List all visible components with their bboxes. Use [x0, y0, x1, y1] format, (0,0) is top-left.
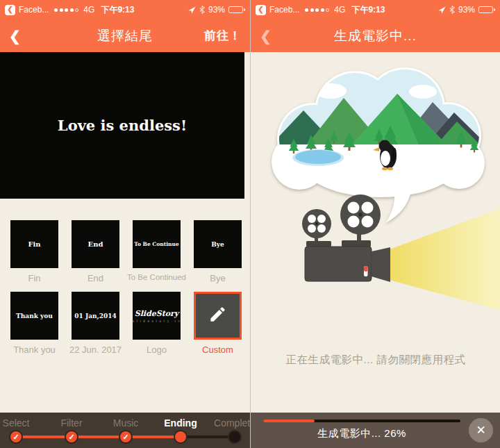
step-dot-ending[interactable] — [174, 430, 188, 444]
ending-tile-label: 22 Jun. 2017 — [69, 345, 122, 355]
back-button[interactable]: ❮ — [9, 19, 21, 52]
ending-tile-label: Bye — [210, 273, 225, 283]
back-to-app-icon[interactable]: ❮ — [5, 5, 15, 15]
stepper-progress-line — [16, 435, 181, 438]
projector-lens — [372, 247, 390, 282]
film-reel-small-icon — [302, 209, 331, 238]
ending-tile-row-2: Thank you Thank you 01 Jan,2014 22 Jun. … — [0, 292, 250, 355]
network-type-label: 4G — [83, 5, 94, 15]
ending-option-to-be-continued: To Be Continue To Be Continued — [133, 220, 181, 283]
ending-tile-label: To Be Continued — [127, 273, 186, 281]
location-icon — [438, 6, 446, 14]
ending-tile-custom-selected[interactable] — [194, 292, 242, 340]
progress-track — [263, 420, 460, 422]
network-type-label: 4G — [334, 5, 345, 15]
logo-subtext: s l i d e s t o r y . t v — [133, 320, 181, 323]
battery-percent-label: 93% — [458, 5, 475, 15]
battery-percent-label: 93% — [208, 5, 225, 15]
step-label-ending: Ending — [164, 417, 197, 429]
page-title: 生成電影中... — [251, 27, 500, 45]
step-dot-select[interactable]: ✓ — [9, 430, 23, 444]
ending-tile-row-1: Fin Fin End End To Be Continue To Be Con… — [0, 220, 250, 283]
ending-option-logo: SlideStory s l i d e s t o r y . t v Log… — [133, 292, 181, 355]
step-label-music: Music — [113, 417, 139, 429]
previous-app-label: Faceb... — [269, 5, 299, 15]
ending-option-fin: Fin Fin — [10, 220, 58, 283]
pond — [292, 149, 344, 166]
ending-tile-to-be-continued[interactable]: To Be Continue — [133, 220, 181, 268]
clock-label: 下午9:13 — [351, 4, 385, 16]
ending-tile-thank-you[interactable]: Thank you — [10, 292, 58, 340]
screen-generating-movie: ❮ Faceb... 4G 下午9:13 93% ❮ 生成電影中... — [250, 0, 500, 448]
status-bar: ❮ Faceb... 4G 下午9:13 93% — [0, 0, 250, 19]
ending-tile-date[interactable]: 01 Jan,2014 — [72, 292, 119, 340]
bluetooth-icon — [199, 6, 205, 14]
movie-generation-illustration — [251, 52, 500, 372]
light-beam — [390, 208, 500, 310]
step-dot-complete[interactable] — [228, 430, 242, 444]
battery-icon — [478, 6, 495, 13]
ending-tile-label: Fin — [28, 273, 40, 283]
step-dot-music[interactable]: ✓ — [119, 430, 133, 444]
ending-tile-logo[interactable]: SlideStory s l i d e s t o r y . t v — [133, 292, 181, 340]
bluetooth-icon — [449, 6, 455, 14]
previous-app-label: Faceb... — [19, 5, 49, 15]
ending-option-end: End End — [72, 220, 119, 283]
projector-body — [305, 247, 372, 281]
nav-bar: ❮ 選擇結尾 前往！ — [0, 19, 250, 52]
signal-strength-icon — [305, 8, 329, 12]
ending-option-bye: Bye Bye — [194, 220, 242, 283]
ending-option-custom: Custom — [194, 292, 242, 355]
screen-choose-ending: ❮ Faceb... 4G 下午9:13 93% ❮ 選擇結尾 前往！ Love… — [0, 0, 250, 448]
progress-fill — [263, 420, 315, 422]
close-icon: ✕ — [476, 423, 485, 438]
film-projector-icon — [302, 194, 390, 282]
ending-option-date: 01 Jan,2014 22 Jun. 2017 — [72, 292, 119, 355]
cancel-generation-button[interactable]: ✕ — [469, 418, 493, 442]
progress-label: 生成電影中... 26% — [251, 427, 473, 440]
ending-preview-text: Love is endless! — [58, 117, 187, 134]
ending-option-thank-you: Thank you Thank you — [10, 292, 58, 355]
clock-label: 下午9:13 — [101, 4, 134, 16]
battery-icon — [228, 6, 245, 13]
ending-tile-label: Logo — [147, 345, 167, 355]
ending-tile-bye[interactable]: Bye — [194, 220, 242, 268]
generating-message: 正在生成電影中... 請勿關閉應用程式 — [251, 353, 500, 367]
pencil-icon — [208, 305, 227, 326]
ending-tile-end[interactable]: End — [72, 220, 119, 268]
back-to-app-icon[interactable]: ❮ — [256, 5, 266, 15]
ending-tile-fin[interactable]: Fin — [10, 220, 58, 268]
film-reel-big-icon — [340, 194, 381, 235]
cloud-puff — [409, 85, 437, 99]
workflow-stepper: Select Filter Music Ending Complete ✓ ✓ … — [0, 413, 250, 448]
status-bar: ❮ Faceb... 4G 下午9:13 93% — [251, 0, 500, 19]
step-label-select: Select — [3, 417, 30, 429]
ending-tile-label: Custom — [202, 345, 233, 355]
stepper-remaining-line — [181, 435, 235, 438]
ending-tile-label: Thank you — [13, 345, 56, 355]
signal-strength-icon — [54, 8, 78, 12]
generation-progress-bar: 生成電影中... 26% ✕ — [251, 413, 500, 448]
step-label-complete: Complete — [214, 417, 250, 429]
ending-preview: Love is endless! — [0, 52, 244, 199]
nav-bar: ❮ 生成電影中... — [251, 19, 500, 52]
step-dot-filter[interactable]: ✓ — [65, 430, 78, 444]
go-button[interactable]: 前往！ — [204, 19, 242, 52]
ending-tile-label: End — [88, 273, 103, 283]
back-button-disabled[interactable]: ❮ — [260, 19, 272, 52]
location-icon — [188, 6, 196, 14]
step-label-filter: Filter — [60, 417, 82, 429]
